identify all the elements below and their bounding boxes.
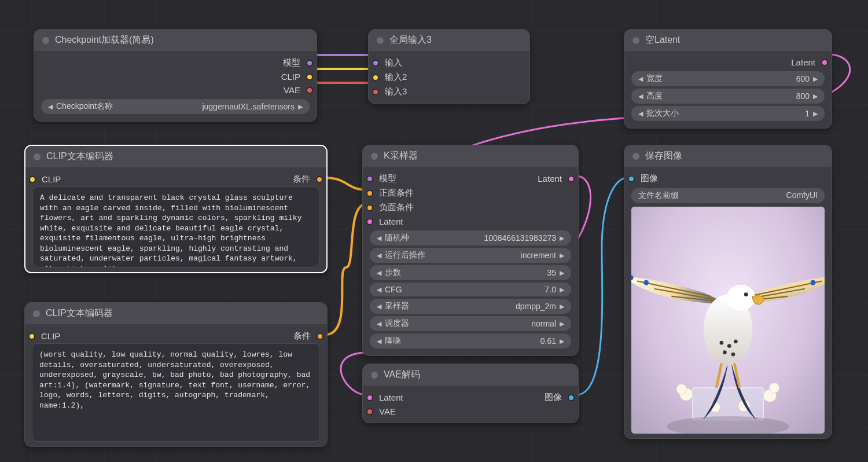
node-header[interactable]: Checkpoint加载器(简易) — [34, 30, 317, 51]
port-cond-out[interactable] — [316, 176, 323, 183]
node-header[interactable]: CLIP文本编码器 — [25, 303, 327, 324]
port-image-in[interactable] — [628, 175, 635, 182]
port-label: CLIP — [281, 72, 300, 82]
node-title: Checkpoint加载器(简易) — [55, 34, 154, 46]
port-model-out[interactable] — [306, 60, 313, 67]
svg-point-24 — [720, 341, 724, 345]
prompt-textarea[interactable]: A delicate and transparent black crystal… — [32, 186, 319, 267]
node-title: K采样器 — [384, 150, 418, 162]
after-generate-widget[interactable]: ◀运行后操作increment▶ — [370, 248, 571, 263]
prompt-textarea[interactable]: (worst quality, low quality, normal qual… — [32, 343, 320, 442]
input-label: 文件名前缀 — [638, 190, 679, 201]
node-title: CLIP文本编码器 — [46, 307, 113, 320]
port-latent-out[interactable] — [821, 59, 828, 66]
collapse-icon[interactable] — [371, 372, 378, 379]
svg-point-25 — [727, 344, 731, 348]
chevron-right-icon[interactable]: ▶ — [298, 103, 303, 111]
port-label: 条件 — [293, 174, 310, 185]
svg-point-14 — [676, 384, 687, 394]
collapse-icon[interactable] — [42, 37, 49, 44]
node-header[interactable]: CLIP文本编码器 — [25, 146, 326, 167]
port-label: 输入 — [385, 57, 402, 68]
chevron-left-icon[interactable]: ◀ — [48, 103, 53, 111]
port-label: Latent — [791, 57, 815, 67]
width-widget[interactable]: ◀宽度600▶ — [631, 71, 825, 86]
collapse-icon[interactable] — [371, 153, 378, 160]
port-clip-in[interactable] — [29, 176, 36, 183]
node-title: VAE解码 — [384, 369, 420, 381]
port-label: Latent — [538, 174, 562, 184]
node-global-input[interactable]: 全局输入3 输入 输入2 输入3 — [368, 29, 530, 104]
node-ksampler[interactable]: K采样器 模型 Latent 正面条件 负面条件 Latent ◀随机种1008… — [362, 145, 579, 356]
node-header[interactable]: 全局输入3 — [369, 30, 529, 51]
node-clip-text-encode-positive[interactable]: CLIP文本编码器 CLIP 条件 A delicate and transpa… — [24, 145, 328, 273]
svg-point-16 — [769, 383, 779, 393]
scheduler-widget[interactable]: ◀调度器normal▶ — [370, 316, 571, 331]
collapse-icon[interactable] — [632, 37, 639, 44]
node-vae-decode[interactable]: VAE解码 Latent 图像 VAE — [362, 364, 579, 423]
port-label: CLIP — [42, 174, 61, 184]
steps-widget[interactable]: ◀步数35▶ — [370, 265, 571, 280]
port-cond-pos-in[interactable] — [366, 190, 373, 197]
height-widget[interactable]: ◀高度800▶ — [631, 89, 825, 104]
port-label: 输入2 — [385, 72, 407, 83]
port-model-in[interactable] — [366, 175, 373, 182]
collapse-icon[interactable] — [377, 37, 384, 44]
port-label: 图像 — [641, 173, 658, 184]
port-vae-in[interactable] — [366, 408, 373, 415]
port-label: 负面条件 — [379, 202, 414, 213]
port-label: CLIP — [41, 331, 60, 341]
port-cond-out[interactable] — [317, 333, 323, 340]
node-header[interactable]: VAE解码 — [363, 364, 578, 386]
node-save-image[interactable]: 保存图像 图像 文件名前缀 ComfyUI — [624, 145, 832, 439]
svg-point-28 — [731, 353, 735, 357]
node-clip-text-encode-negative[interactable]: CLIP文本编码器 CLIP 条件 (worst quality, low qu… — [24, 302, 328, 447]
port-image-out[interactable] — [568, 394, 575, 401]
collapse-icon[interactable] — [632, 153, 639, 160]
node-title: 保存图像 — [645, 150, 682, 162]
filename-prefix-input[interactable]: 文件名前缀 ComfyUI — [631, 188, 825, 203]
port-latent-out[interactable] — [568, 175, 575, 182]
port-latent-in[interactable] — [366, 218, 373, 225]
node-empty-latent[interactable]: 空Latent Latent ◀宽度600▶ ◀高度800▶ ◀批次大小1▶ — [624, 29, 832, 129]
node-header[interactable]: 保存图像 — [624, 145, 832, 167]
checkpoint-name-widget[interactable]: ◀ Checkpoint名称 juggernautXL.safetensors … — [41, 99, 310, 114]
batch-widget[interactable]: ◀批次大小1▶ — [631, 106, 825, 121]
port-label: Latent — [379, 393, 403, 402]
port-in[interactable] — [372, 74, 379, 81]
port-clip-in[interactable] — [28, 333, 35, 340]
denoise-widget[interactable]: ◀降噪0.61▶ — [370, 333, 571, 349]
port-label: 正面条件 — [379, 188, 414, 199]
port-label: VAE — [284, 85, 300, 95]
port-label: 图像 — [545, 392, 562, 403]
port-latent-in[interactable] — [366, 394, 373, 401]
node-checkpoint-loader[interactable]: Checkpoint加载器(简易) 模型 CLIP VAE ◀ Checkpoi… — [34, 29, 317, 122]
port-cond-neg-in[interactable] — [366, 204, 373, 211]
cfg-widget[interactable]: ◀CFG7.0▶ — [370, 283, 571, 296]
node-title: 空Latent — [645, 34, 680, 46]
seed-widget[interactable]: ◀随机种1008466131983273▶ — [370, 230, 571, 245]
svg-point-27 — [723, 350, 727, 354]
port-label: 输入3 — [385, 86, 407, 97]
output-image-preview[interactable] — [631, 207, 825, 434]
collapse-icon[interactable] — [34, 153, 41, 160]
port-label: 条件 — [293, 331, 311, 342]
port-clip-out[interactable] — [306, 74, 313, 80]
input-value: ComfyUI — [786, 190, 818, 201]
port-vae-out[interactable] — [306, 87, 313, 94]
collapse-icon[interactable] — [33, 310, 40, 317]
node-title: 全局输入3 — [389, 34, 432, 46]
port-in[interactable] — [372, 89, 379, 96]
svg-point-26 — [734, 339, 738, 343]
sampler-widget[interactable]: ◀采样器dpmpp_2m▶ — [370, 299, 571, 314]
port-label: VAE — [379, 406, 396, 416]
node-title: CLIP文本编码器 — [46, 151, 113, 163]
port-label: Latent — [379, 217, 403, 226]
port-label: 模型 — [379, 173, 396, 184]
svg-point-30 — [744, 292, 748, 296]
svg-point-29 — [727, 285, 755, 311]
port-in[interactable] — [372, 60, 379, 67]
node-header[interactable]: 空Latent — [624, 30, 832, 51]
port-label: 模型 — [283, 57, 300, 68]
node-header[interactable]: K采样器 — [363, 145, 578, 167]
